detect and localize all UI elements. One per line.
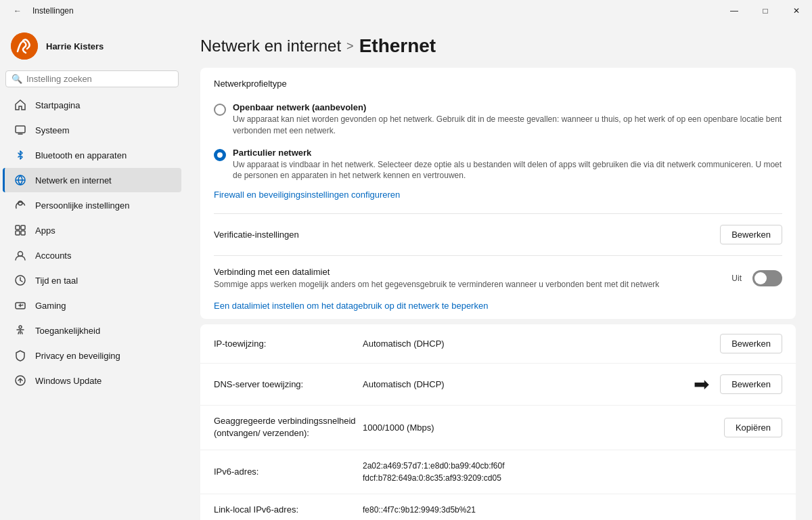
svg-rect-6 xyxy=(16,231,20,235)
breadcrumb-current: Ethernet xyxy=(359,35,436,57)
apps-icon xyxy=(14,223,27,237)
svg-rect-4 xyxy=(16,225,20,230)
sidebar-item-privacy[interactable]: Privacy en beveiliging xyxy=(3,343,181,368)
sidebar-label-toegankelijkheid: Toegankelijkheid xyxy=(35,326,100,336)
sidebar-item-apps[interactable]: Apps xyxy=(3,218,181,242)
user-name: Harrie Kisters xyxy=(46,41,104,51)
sidebar-label-apps: Apps xyxy=(35,225,55,236)
sidebar-label-gaming: Gaming xyxy=(35,301,66,311)
minimize-button[interactable]: — xyxy=(719,0,750,22)
sidebar-item-startpagina[interactable]: Startpagina xyxy=(3,93,181,117)
back-button[interactable]: ← xyxy=(8,1,27,20)
verification-row: Verificatie-instellingen Bewerken xyxy=(200,214,796,255)
close-icon: ✕ xyxy=(793,6,800,16)
link-local-ipv6-value: fe80::4f7c:9b12:9949:3d5b%21 xyxy=(363,504,782,516)
sidebar-item-persoonlijk[interactable]: Persoonlijke instellingen xyxy=(3,193,181,217)
dns-assignment-value: Automatisch (DHCP) xyxy=(363,379,694,389)
connection-speed-copy-button[interactable]: Kopiëren xyxy=(724,418,782,437)
public-radio-title: Openbaar netwerk (aanbevolen) xyxy=(233,102,782,112)
close-button[interactable]: ✕ xyxy=(781,0,812,22)
ipv6-label: IPv6-adres: xyxy=(214,467,363,477)
private-radio-desc: Uw apparaat is vindbaar in het netwerk. … xyxy=(233,159,782,182)
ip-assignment-row: IP-toewijzing: Automatisch (DHCP) Bewerk… xyxy=(200,324,796,363)
titlebar-controls: — □ ✕ xyxy=(719,0,812,22)
verification-label: Verificatie-instellingen xyxy=(214,230,712,240)
breadcrumb-separator: > xyxy=(346,39,354,53)
time-icon xyxy=(14,274,27,287)
ip-assignment-label: IP-toewijzing: xyxy=(214,339,363,349)
sidebar-item-tijd[interactable]: Tijd en taal xyxy=(3,268,181,292)
ipv6-row: IPv6-adres: 2a02:a469:57d7:1:e8d0:ba99:4… xyxy=(200,450,796,494)
private-radio[interactable] xyxy=(214,149,226,161)
svg-point-0 xyxy=(11,32,38,60)
search-icon: 🔍 xyxy=(12,74,22,84)
personalize-icon xyxy=(14,198,27,212)
toggle-label: Uit xyxy=(731,274,742,283)
data-limit-col: Verbinding met een datalimiet Sommige ap… xyxy=(214,267,723,289)
connection-speed-label: Geaggregeerde verbindingssnelheid (ontva… xyxy=(214,415,363,439)
system-icon xyxy=(14,123,27,137)
link-local-ipv6-row: Link-local IPv6-adres: fe80::4f7c:9b12:9… xyxy=(200,494,796,520)
svg-rect-5 xyxy=(21,225,25,230)
app-title: Instellingen xyxy=(32,6,74,16)
sidebar-label-windows-update: Windows Update xyxy=(35,376,102,386)
breadcrumb-parent[interactable]: Netwerk en internet xyxy=(200,37,341,56)
maximize-icon: □ xyxy=(763,6,767,16)
private-radio-text: Particulier netwerk Uw apparaat is vindb… xyxy=(233,148,782,182)
sidebar-item-gaming[interactable]: Gaming xyxy=(3,293,181,318)
ip-assignment-edit-button[interactable]: Bewerken xyxy=(720,334,782,353)
ip-assignment-value: Automatisch (DHCP) xyxy=(363,339,720,349)
toggle-thumb xyxy=(754,272,767,284)
verification-action: Bewerken xyxy=(720,225,782,244)
sidebar-item-bluetooth[interactable]: Bluetooth en apparaten xyxy=(3,143,181,167)
sidebar-label-accounts: Accounts xyxy=(35,251,71,261)
maximize-button[interactable]: □ xyxy=(750,0,781,22)
svg-point-12 xyxy=(19,326,22,328)
privacy-icon xyxy=(14,349,27,362)
public-network-option[interactable]: Openbaar netwerk (aanbevolen) Uw apparaa… xyxy=(214,97,782,142)
verification-edit-button[interactable]: Bewerken xyxy=(720,225,782,244)
connection-speed-value: 1000/1000 (Mbps) xyxy=(363,422,724,433)
sidebar-item-toegankelijkheid[interactable]: Toegankelijkheid xyxy=(3,318,181,343)
sidebar-item-windows-update[interactable]: Windows Update xyxy=(3,368,181,393)
sidebar-item-accounts[interactable]: Accounts xyxy=(3,243,181,267)
accounts-icon xyxy=(14,248,27,262)
minimize-icon: — xyxy=(730,6,738,16)
arrow-indicator: ➡ xyxy=(694,373,709,395)
network-info-card: IP-toewijzing: Automatisch (DHCP) Bewerk… xyxy=(200,324,796,520)
dns-assignment-edit-button[interactable]: Bewerken xyxy=(720,374,782,394)
sidebar-item-netwerk[interactable]: Netwerk en internet xyxy=(3,168,181,192)
network-icon xyxy=(14,173,27,187)
sidebar: Harrie Kisters 🔍 Startpagina Systeem Blu… xyxy=(0,22,184,520)
ipv6-value: 2a02:a469:57d7:1:e8d0:ba99:40cb:f60f fdc… xyxy=(363,460,782,484)
data-limit-label: Verbinding met een datalimiet xyxy=(214,267,723,277)
search-input[interactable] xyxy=(26,74,173,84)
public-radio-text: Openbaar netwerk (aanbevolen) Uw apparaa… xyxy=(233,102,782,137)
private-network-option[interactable]: Particulier netwerk Uw apparaat is vindb… xyxy=(214,142,782,188)
sidebar-item-systeem[interactable]: Systeem xyxy=(3,118,181,142)
verification-col: Verificatie-instellingen xyxy=(214,230,712,240)
avatar xyxy=(11,32,38,60)
public-radio[interactable] xyxy=(214,104,226,116)
breadcrumb: Netwerk en internet > Ethernet xyxy=(200,35,796,57)
profile-type-label: Netwerkprofieltype xyxy=(214,79,782,89)
network-profile-card: Netwerkprofieltype Openbaar netwerk (aan… xyxy=(200,68,796,319)
search-box[interactable]: 🔍 xyxy=(5,70,179,87)
sidebar-label-tijd: Tijd en taal xyxy=(35,276,78,286)
data-limit-link[interactable]: Een datalimiet instellen om het datagebr… xyxy=(200,301,501,319)
firewall-link[interactable]: Firewall en beveiligingsinstellingen con… xyxy=(214,187,400,202)
user-section: Harrie Kisters xyxy=(0,27,184,70)
sidebar-label-bluetooth: Bluetooth en apparaten xyxy=(35,150,127,160)
back-icon: ← xyxy=(14,6,22,16)
profile-section: Netwerkprofieltype Openbaar netwerk (aan… xyxy=(200,68,796,213)
sidebar-label-persoonlijk: Persoonlijke instellingen xyxy=(35,200,129,211)
titlebar-left: ← Instellingen xyxy=(8,1,74,20)
data-limit-toggle[interactable] xyxy=(752,270,782,286)
sidebar-label-systeem: Systeem xyxy=(35,125,70,135)
accessibility-icon xyxy=(14,324,27,337)
dns-assignment-label: DNS-server toewijzing: xyxy=(214,379,363,389)
data-limit-row: Verbinding met een datalimiet Sommige ap… xyxy=(200,256,796,300)
app-container: Harrie Kisters 🔍 Startpagina Systeem Blu… xyxy=(0,22,812,520)
link-local-ipv6-label: Link-local IPv6-adres: xyxy=(214,504,363,515)
public-radio-desc: Uw apparaat kan niet worden gevonden op … xyxy=(233,114,782,137)
